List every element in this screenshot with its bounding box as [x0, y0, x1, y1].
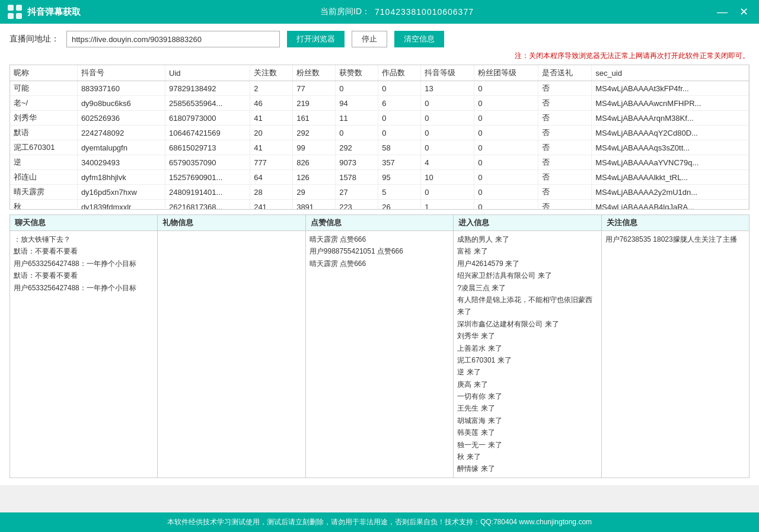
table-cell: 0 [421, 111, 474, 126]
table-cell: 99 [293, 140, 336, 155]
gift-panel-body [158, 231, 305, 477]
table-cell: dyfm18hhjlvk [77, 170, 165, 185]
table-cell: MS4wLjABAAAAqs3sZ0tt... [592, 140, 749, 155]
table-cell: 3891 [293, 200, 336, 210]
table-row: 秋dy1839fdmxxlr26216817368...241389122326… [10, 200, 749, 210]
table-cell: 29 [293, 185, 336, 200]
table-cell: 否 [538, 185, 592, 200]
table-cell: 否 [538, 81, 592, 96]
table-cell: MS4wLjABAAAAqY2Cd80D... [592, 126, 749, 140]
table-cell: 46 [250, 96, 293, 111]
table-cell: 晴天霹雳 [10, 185, 77, 200]
table-cell: MS4wLjABAAAAlkkt_tRL... [592, 170, 749, 185]
col-uid: Uid [165, 65, 250, 81]
table-cell: 2242748092 [77, 126, 165, 140]
gift-panel-header: 礼物信息 [158, 215, 305, 231]
table-cell: 883937160 [77, 81, 165, 96]
table-cell: dyemtalupgfn [77, 140, 165, 155]
table-cell: 0 [474, 96, 538, 111]
table-cell: 0 [378, 126, 421, 140]
table-cell: 77 [293, 81, 336, 96]
table-cell: MS4wLjABAAAArqnM38Kf... [592, 111, 749, 126]
table-cell: dy16pd5xn7hxw [77, 185, 165, 200]
table-cell: 340029493 [77, 155, 165, 170]
table-cell: MS4wLjABAAAA2y2mU1dn... [592, 185, 749, 200]
room-info: 当前房间ID： 7104233810010606377 [320, 7, 474, 17]
table-cell: 否 [538, 200, 592, 210]
table-cell: 0 [421, 96, 474, 111]
info-panels: 聊天信息 ：放大铁锤下去？ 默语：不要看不要看 用户6533256427488：… [9, 214, 750, 478]
table-cell: 5 [378, 185, 421, 200]
table-cell: 292 [293, 126, 336, 140]
table-cell: 777 [250, 155, 293, 170]
table-cell: 老~/ [10, 96, 77, 111]
table-cell: 241 [250, 200, 293, 210]
col-follow-count: 关注数 [250, 65, 293, 81]
table-row: 晴天霹雳dy16pd5xn7hxw24809191401...282927500… [10, 185, 749, 200]
col-works-count: 作品数 [378, 65, 421, 81]
data-table-wrap: 昵称 抖音号 Uid 关注数 粉丝数 获赞数 作品数 抖音等级 粉丝团等级 是否… [9, 65, 750, 210]
room-id: 7104233810010606377 [375, 7, 474, 17]
url-label: 直播间地址： [9, 34, 59, 44]
table-cell: 否 [538, 111, 592, 126]
table-cell: 0 [474, 200, 538, 210]
table-cell: 0 [474, 140, 538, 155]
table-cell: 28 [250, 185, 293, 200]
table-cell: 0 [336, 126, 378, 140]
like-panel-header: 点赞信息 [306, 215, 453, 231]
footer-text: 本软件经供技术学习测试使用，测试后请立刻删除，请勿用于非法用途，否则后果自负！技… [167, 518, 592, 526]
table-cell: 10 [421, 170, 474, 185]
table-cell: 6 [378, 96, 421, 111]
table-cell: 1578 [336, 170, 378, 185]
table-cell: MS4wLjABAAAAB4lqJaRA... [592, 200, 749, 210]
stop-button[interactable]: 停止 [352, 31, 387, 47]
table-cell: 292 [336, 140, 378, 155]
minimize-button[interactable]: — [713, 4, 731, 20]
clear-button[interactable]: 清空信息 [394, 31, 444, 47]
table-row: 祁连山dyfm18hhjlvk15257690901...64126157895… [10, 170, 749, 185]
table-cell: 祁连山 [10, 170, 77, 185]
table-cell: MS4wLjABAAAAaYVNC79q... [592, 155, 749, 170]
main-content: 直播间地址： 打开浏览器 停止 清空信息 注：关闭本程序导致浏览器无法正常上网请… [0, 24, 759, 485]
table-cell: 可能 [10, 81, 77, 96]
table-cell: 26 [378, 200, 421, 210]
col-fans-count: 粉丝数 [293, 65, 336, 81]
gift-panel: 礼物信息 [158, 215, 305, 477]
table-cell: 否 [538, 170, 592, 185]
col-is-gift: 是否送礼 [538, 65, 592, 81]
col-sec-uid: sec_uid [592, 65, 749, 81]
col-nickname: 昵称 [10, 65, 77, 81]
col-douyin-level: 抖音等级 [421, 65, 474, 81]
titlebar: 抖音弹幕获取 当前房间ID： 7104233810010606377 — ✕ [0, 0, 759, 24]
table-cell: 357 [378, 155, 421, 170]
table-cell: 61807973000 [165, 111, 250, 126]
table-cell: 0 [474, 170, 538, 185]
close-button[interactable]: ✕ [736, 4, 752, 20]
table-cell: 刘秀华 [10, 111, 77, 126]
table-cell: 0 [336, 81, 378, 96]
table-body: 可能8839371609782913849227700130否MS4wLjABA… [10, 81, 749, 210]
col-fans-group-level: 粉丝团等级 [474, 65, 538, 81]
table-cell: 106467421569 [165, 126, 250, 140]
table-row: 刘秀华602526936618079730004116111000否MS4wLj… [10, 111, 749, 126]
table-cell: dy1839fdmxxlr [77, 200, 165, 210]
table-cell: MS4wLjABAAAAt3kFP4fr... [592, 81, 749, 96]
table-cell: 4 [421, 155, 474, 170]
table-cell: 否 [538, 140, 592, 155]
chat-panel-header: 聊天信息 [10, 215, 157, 231]
follow-panel-body: 用户76238535 18023朦胧人生关注了主播 [602, 231, 749, 477]
url-input[interactable] [66, 31, 280, 47]
table-cell: 41 [250, 140, 293, 155]
table-cell: 126 [293, 170, 336, 185]
open-browser-button[interactable]: 打开浏览器 [287, 31, 345, 47]
table-cell: 27 [336, 185, 378, 200]
table-cell: 26216817368... [165, 200, 250, 210]
table-cell: 0 [474, 126, 538, 140]
svg-rect-0 [8, 5, 14, 11]
table-cell: 泥工670301 [10, 140, 77, 155]
table-cell: 否 [538, 96, 592, 111]
table-cell: 25856535964... [165, 96, 250, 111]
chat-panel-body: ：放大铁锤下去？ 默语：不要看不要看 用户6533256427488：一年挣个小… [10, 231, 157, 477]
table-cell: 68615029713 [165, 140, 250, 155]
chat-panel: 聊天信息 ：放大铁锤下去？ 默语：不要看不要看 用户6533256427488：… [10, 215, 158, 477]
